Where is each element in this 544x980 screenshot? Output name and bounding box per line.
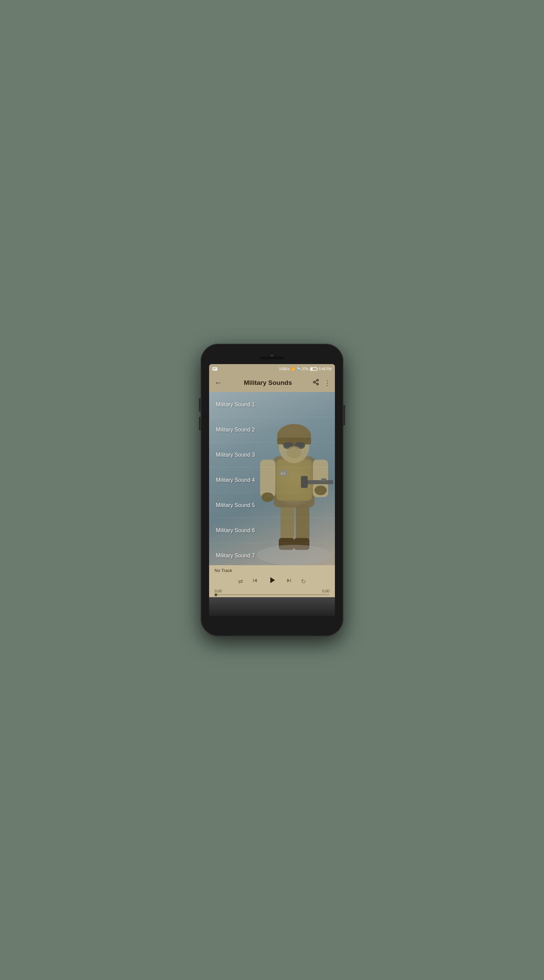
track-item-6[interactable]: Military Sound 6 — [209, 518, 335, 543]
network-speed: 143K/s — [279, 367, 290, 371]
track-item-1[interactable]: Military Sound 1 — [209, 392, 335, 417]
track-list: Military Sound 1 Military Sound 2 Milita… — [209, 392, 335, 565]
svg-point-8 — [317, 383, 319, 385]
more-options-button[interactable]: ⋮ — [324, 379, 331, 387]
notification-icon — [213, 367, 217, 371]
volume-down-button[interactable] — [199, 417, 201, 430]
status-right: 143K/s 📶 📡 37% 5:48 PM — [279, 367, 331, 371]
svg-rect-4 — [317, 368, 317, 369]
status-bar: 143K/s 📶 📡 37% 5:48 PM — [209, 364, 335, 374]
wifi-icon: 📶 — [291, 367, 295, 371]
track-item-5[interactable]: Military Sound 5 — [209, 493, 335, 518]
svg-line-9 — [315, 382, 317, 383]
player-track-name: No Track — [214, 568, 330, 573]
track-item-2[interactable]: Military Sound 2 — [209, 417, 335, 442]
power-button[interactable] — [343, 405, 345, 425]
track-name-5: Military Sound 5 — [216, 502, 255, 508]
app-bar-actions: ⋮ — [312, 379, 331, 387]
speaker — [260, 356, 284, 360]
svg-point-6 — [317, 379, 319, 381]
play-button[interactable] — [267, 575, 277, 588]
battery-icon — [310, 367, 317, 371]
track-name-2: Military Sound 2 — [216, 427, 255, 433]
player-time-row: 0:00 0:00 — [214, 589, 330, 593]
prev-button[interactable] — [251, 577, 259, 586]
share-button[interactable] — [312, 379, 319, 387]
signal-icon: 📡 — [297, 367, 301, 371]
svg-rect-2 — [213, 369, 215, 369]
track-name-4: Military Sound 4 — [216, 477, 255, 483]
track-name-1: Military Sound 1 — [216, 401, 255, 408]
phone-device: 143K/s 📶 📡 37% 5:48 PM ← Military Sounds — [201, 344, 343, 636]
bottom-area — [209, 597, 335, 616]
time-total: 0:00 — [322, 589, 330, 593]
track-item-4[interactable]: Military Sound 4 — [209, 468, 335, 493]
shuffle-button[interactable]: ⇌ — [238, 578, 243, 585]
app-bar: ← Military Sounds ⋮ — [209, 374, 335, 392]
phone-screen: 143K/s 📶 📡 37% 5:48 PM ← Military Sounds — [209, 364, 335, 616]
track-name-3: Military Sound 3 — [216, 452, 255, 458]
svg-rect-1 — [213, 368, 217, 369]
time-current: 0:00 — [214, 589, 222, 593]
back-button[interactable]: ← — [213, 377, 224, 388]
track-item-3[interactable]: Military Sound 3 — [209, 442, 335, 468]
track-name-7: Military Sound 7 — [216, 553, 255, 559]
progress-thumb[interactable] — [214, 593, 217, 596]
status-left — [213, 367, 217, 371]
next-button[interactable] — [285, 577, 293, 586]
progress-bar[interactable] — [214, 594, 330, 595]
track-list-container: D-2 Military Sound 1 Military Sound 2 Mi… — [209, 392, 335, 565]
svg-point-7 — [314, 381, 315, 383]
clock: 5:48 PM — [319, 367, 331, 371]
repeat-button[interactable]: ↻ — [301, 578, 306, 585]
app-title: Military Sounds — [227, 379, 308, 387]
svg-rect-5 — [311, 368, 312, 370]
svg-line-10 — [315, 380, 317, 382]
volume-up-button[interactable] — [199, 398, 201, 412]
player-bar: No Track ⇌ — [209, 565, 335, 597]
player-controls: ⇌ ↻ — [214, 575, 330, 588]
track-name-6: Military Sound 6 — [216, 527, 255, 533]
battery-percent: 37% — [302, 367, 309, 371]
track-item-7[interactable]: Military Sound 7 — [209, 543, 335, 565]
